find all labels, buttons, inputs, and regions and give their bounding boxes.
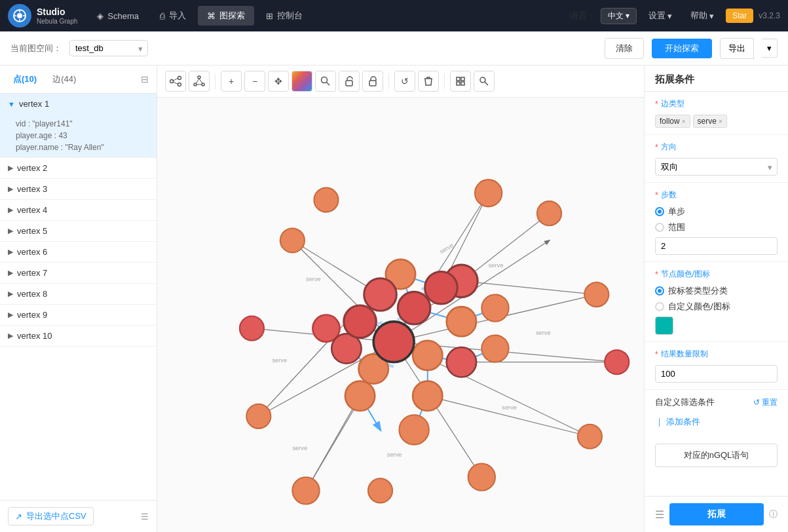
vertex-1-header[interactable]: ▼ vertex 1	[0, 94, 157, 114]
result-limit-input[interactable]	[655, 365, 778, 383]
node[interactable]	[468, 464, 495, 491]
svg-rect-20	[369, 81, 376, 86]
direction-selector[interactable]: 双向 出边 入边	[655, 158, 778, 176]
node[interactable]	[292, 477, 319, 504]
vertex-8-header[interactable]: ▶ vertex 8	[0, 284, 157, 304]
node[interactable]	[578, 425, 602, 449]
star-button[interactable]: Star	[726, 9, 753, 23]
footer-list-icon[interactable]: ☰	[655, 508, 664, 521]
tab-edges[interactable]: 边(44)	[47, 71, 81, 88]
lock-open-button[interactable]	[339, 71, 360, 92]
vertex-9-header[interactable]: ▶ vertex 9	[0, 305, 157, 325]
nav-import[interactable]: ⎙ 导入	[151, 6, 195, 26]
node[interactable]	[398, 292, 430, 324]
node[interactable]	[447, 347, 476, 377]
edge-tag-serve[interactable]: serve ×	[693, 115, 727, 128]
node[interactable]	[364, 278, 397, 311]
color-by-tag-option[interactable]: 按标签类型分类	[655, 285, 778, 297]
zoom-out-button[interactable]: −	[244, 71, 265, 92]
reset-filter-link[interactable]: ↺ 重置	[753, 397, 778, 408]
step-single-option[interactable]: 单步	[655, 206, 778, 218]
svg-line-43	[461, 281, 596, 295]
nav-explore[interactable]: ⌘ 图探索	[198, 6, 254, 26]
vertex-4-header[interactable]: ▶ vertex 4	[0, 200, 157, 220]
node[interactable]	[605, 350, 629, 374]
node[interactable]	[413, 381, 442, 411]
expand-arrow-icon: ▶	[8, 248, 13, 256]
node[interactable]	[345, 381, 375, 411]
radio-checked-icon	[655, 207, 664, 216]
ngql-button[interactable]: 对应的nGQL语句	[655, 444, 778, 467]
pan-button[interactable]: ✥	[268, 71, 289, 92]
color-swatch[interactable]	[655, 316, 673, 335]
search-in-graph-button[interactable]	[315, 71, 336, 92]
color-radio-group: 按标签类型分类 自定义颜色/图标	[655, 285, 778, 313]
node[interactable]	[481, 335, 508, 362]
node[interactable]	[368, 478, 392, 503]
tag-close-icon[interactable]: ×	[719, 118, 722, 125]
fulltext-search-button[interactable]	[474, 71, 495, 92]
logo-area: Studio Nebula Graph	[8, 4, 77, 28]
delete-button[interactable]	[418, 71, 439, 92]
step-range-option[interactable]: 范围	[655, 221, 778, 233]
lang-selector[interactable]: 中文 ▾	[601, 8, 637, 24]
space-selector[interactable]: test_db	[69, 40, 148, 56]
undo-button[interactable]: ↺	[394, 71, 415, 92]
tab-nodes[interactable]: 点(10)	[8, 71, 42, 88]
nav-settings[interactable]: 设置 ▾	[642, 7, 679, 24]
tab-settings-icon[interactable]: ⊟	[141, 74, 149, 85]
export-csv-button[interactable]: ↗ 导出选中点CSV	[8, 507, 94, 525]
center-node[interactable]	[373, 322, 414, 362]
vertex-7-header[interactable]: ▶ vertex 7	[0, 263, 157, 283]
node[interactable]	[240, 316, 264, 341]
node[interactable]	[280, 228, 305, 252]
node[interactable]	[246, 404, 271, 428]
nav-console[interactable]: ⊞ 控制台	[257, 6, 312, 26]
nav-schema[interactable]: ◈ Schema	[88, 7, 148, 25]
zoom-in-button[interactable]: +	[221, 71, 242, 92]
result-limit-section: 结果数量限制	[645, 342, 788, 390]
node[interactable]	[537, 201, 561, 225]
node[interactable]	[413, 341, 442, 370]
node[interactable]	[584, 282, 609, 307]
color-picker-button[interactable]	[291, 71, 312, 92]
vertex-2-header[interactable]: ▶ vertex 2	[0, 158, 157, 178]
node[interactable]	[425, 271, 458, 304]
node[interactable]	[399, 415, 428, 444]
connect-nodes-button[interactable]	[165, 71, 186, 92]
vertex-6-header[interactable]: ▶ vertex 6	[0, 242, 157, 262]
expand-arrow-icon: ▶	[8, 290, 13, 298]
graph-area[interactable]: serve serve serve serve serve serve serv…	[157, 98, 644, 532]
export-button[interactable]: 导出	[720, 38, 754, 59]
list-toggle-icon[interactable]: ☰	[141, 512, 149, 522]
direction-label: 方向	[655, 142, 778, 153]
node[interactable]	[447, 307, 476, 336]
footer-info-icon[interactable]: ⓘ	[769, 508, 778, 520]
vertex-10-header[interactable]: ▶ vertex 10	[0, 326, 157, 346]
nav-help[interactable]: 帮助 ▾	[684, 7, 721, 24]
expand-arrow-icon: ▶	[8, 227, 13, 235]
lock-button[interactable]	[362, 71, 383, 92]
svg-rect-19	[346, 81, 352, 86]
expand-button[interactable]: 拓展	[669, 503, 764, 525]
add-condition-button[interactable]: ｜ 添加条件	[655, 413, 778, 430]
clear-button[interactable]: 清除	[605, 38, 644, 59]
vertex-3-header[interactable]: ▶ vertex 3	[0, 179, 157, 199]
custom-color-option[interactable]: 自定义颜色/图标	[655, 301, 778, 313]
start-explore-button[interactable]: 开始探索	[652, 39, 712, 58]
grid-button[interactable]	[450, 71, 471, 92]
layout-button[interactable]	[189, 71, 210, 92]
step-value-input[interactable]	[655, 237, 778, 255]
vertex-5-header[interactable]: ▶ vertex 5	[0, 221, 157, 241]
export-dropdown-arrow[interactable]: ▾	[762, 39, 778, 58]
explore-icon: ⌘	[207, 11, 216, 21]
svg-text:serve: serve	[438, 242, 455, 255]
node[interactable]	[344, 305, 377, 338]
node[interactable]	[475, 180, 502, 206]
edge-tag-follow[interactable]: follow ×	[655, 115, 690, 128]
svg-point-1	[17, 13, 22, 18]
tag-close-icon[interactable]: ×	[682, 118, 686, 125]
node[interactable]	[314, 187, 338, 212]
expand-arrow-icon: ▶	[8, 311, 13, 319]
node[interactable]	[481, 295, 508, 322]
